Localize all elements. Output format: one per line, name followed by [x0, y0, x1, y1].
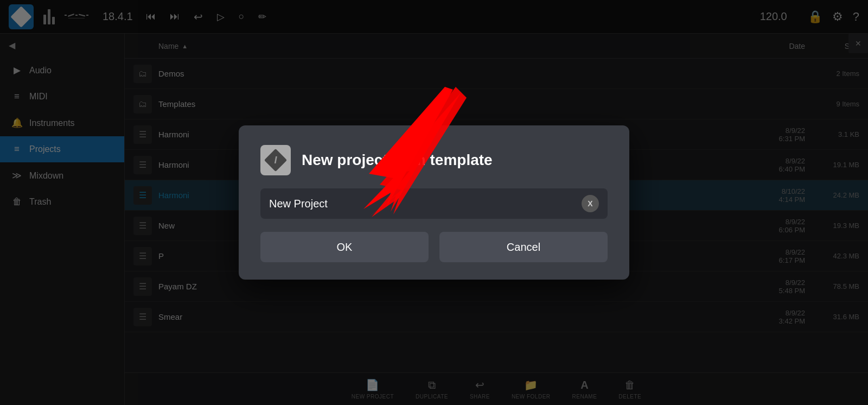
ok-button[interactable]: OK: [260, 232, 429, 262]
dialog-input-row: X: [260, 188, 608, 219]
dialog-title: New project from template: [302, 151, 493, 169]
project-name-input[interactable]: [269, 198, 582, 210]
dialog-header: I New project from template: [260, 145, 608, 175]
dialog-buttons: OK Cancel: [260, 232, 608, 262]
cancel-button[interactable]: Cancel: [439, 232, 608, 262]
clear-input-btn[interactable]: X: [582, 195, 599, 212]
dialog-logo: I: [260, 145, 291, 175]
new-project-dialog: I New project from template X OK Cancel: [239, 125, 629, 280]
dialog-overlay: I New project from template X OK Cancel: [0, 0, 868, 405]
